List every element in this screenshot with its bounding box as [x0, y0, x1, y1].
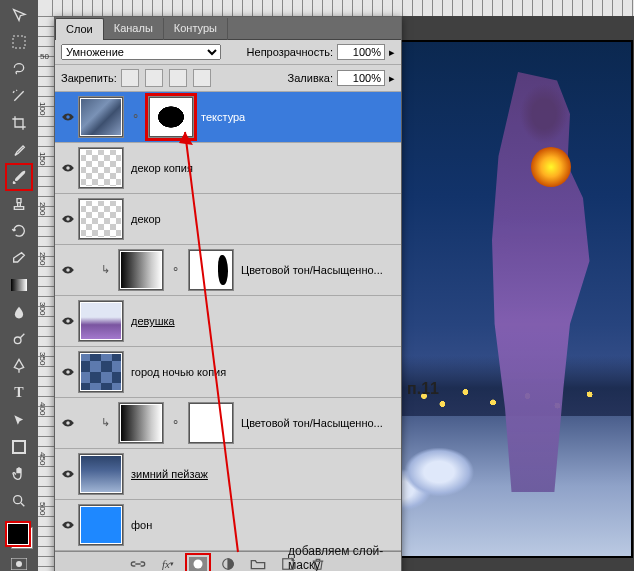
- annotation-step: п.11: [407, 380, 439, 398]
- opacity-label: Непрозрачность:: [247, 46, 333, 58]
- crop-tool[interactable]: [7, 111, 31, 135]
- path-select-tool[interactable]: [7, 408, 31, 432]
- dodge-tool[interactable]: [7, 327, 31, 351]
- svg-point-4: [14, 496, 22, 504]
- tab-channels[interactable]: Каналы: [104, 18, 164, 40]
- visibility-toggle[interactable]: [57, 418, 79, 428]
- wand-tool[interactable]: [7, 84, 31, 108]
- visibility-toggle[interactable]: [57, 112, 79, 122]
- layer-row[interactable]: декор: [55, 194, 401, 245]
- layer-row[interactable]: девушка: [55, 296, 401, 347]
- svg-point-6: [16, 561, 22, 567]
- blend-mode-select[interactable]: Умножение: [61, 44, 221, 60]
- clip-icon: ↳: [101, 416, 111, 430]
- opacity-arrow-icon[interactable]: ▸: [389, 46, 395, 59]
- layer-row[interactable]: город ночью копия: [55, 347, 401, 398]
- link-mask-icon[interactable]: ⚬: [131, 110, 141, 124]
- layer-thumb[interactable]: [119, 403, 163, 443]
- layer-name[interactable]: Цветовой тон/Насыщенно...: [241, 417, 383, 429]
- layer-thumb[interactable]: [79, 97, 123, 137]
- shape-tool[interactable]: [7, 435, 31, 459]
- layers-panel: Слои Каналы Контуры Умножение Непрозрачн…: [54, 16, 402, 571]
- layer-mask-thumb[interactable]: [149, 97, 193, 137]
- layer-name[interactable]: декор: [131, 213, 161, 225]
- layer-row[interactable]: декор копия: [55, 143, 401, 194]
- pen-tool[interactable]: [7, 354, 31, 378]
- visibility-toggle[interactable]: [57, 520, 79, 530]
- layer-name[interactable]: декор копия: [131, 162, 193, 174]
- link-layers-icon[interactable]: [128, 556, 148, 571]
- layer-thumb[interactable]: [79, 148, 123, 188]
- annotation-mask-text: добавляем слой-маску: [288, 544, 401, 571]
- layer-row[interactable]: ↳⚬Цветовой тон/Насыщенно...: [55, 245, 401, 296]
- eraser-tool[interactable]: [7, 246, 31, 270]
- lock-position-icon[interactable]: [169, 69, 187, 87]
- layer-mask-thumb[interactable]: [189, 250, 233, 290]
- color-swatches[interactable]: [5, 521, 33, 549]
- zoom-tool[interactable]: [7, 489, 31, 513]
- visibility-toggle[interactable]: [57, 214, 79, 224]
- layer-mask-thumb[interactable]: [189, 403, 233, 443]
- lock-pixels-icon[interactable]: [145, 69, 163, 87]
- layer-row[interactable]: ↳⚬Цветовой тон/Насыщенно...: [55, 398, 401, 449]
- stamp-tool[interactable]: [7, 192, 31, 216]
- move-tool[interactable]: [7, 3, 31, 27]
- visibility-toggle[interactable]: [57, 163, 79, 173]
- lock-transparency-icon[interactable]: [121, 69, 139, 87]
- fill-arrow-icon[interactable]: ▸: [389, 72, 395, 85]
- visibility-toggle[interactable]: [57, 469, 79, 479]
- type-tool[interactable]: T: [7, 381, 31, 405]
- lasso-tool[interactable]: [7, 57, 31, 81]
- layer-row[interactable]: зимний пейзаж: [55, 449, 401, 500]
- ruler-vertical: 50 100 150 200 250 300 350 400 450 500: [38, 16, 55, 571]
- eyedropper-tool[interactable]: [7, 138, 31, 162]
- visibility-toggle[interactable]: [57, 367, 79, 377]
- layer-name[interactable]: зимний пейзаж: [131, 468, 208, 480]
- svg-rect-3: [13, 441, 25, 453]
- fill-label: Заливка:: [288, 72, 333, 84]
- ruler-horizontal: [38, 0, 634, 17]
- svg-rect-0: [13, 36, 25, 48]
- quickmask-toggle[interactable]: [7, 552, 31, 571]
- blur-tool[interactable]: [7, 300, 31, 324]
- layer-name[interactable]: фон: [131, 519, 152, 531]
- marquee-tool[interactable]: [7, 30, 31, 54]
- layer-thumb[interactable]: [79, 301, 123, 341]
- visibility-toggle[interactable]: [57, 265, 79, 275]
- artwork-preview: [399, 40, 633, 558]
- fx-icon[interactable]: fx▾: [158, 556, 178, 571]
- layer-name[interactable]: текстура: [201, 111, 245, 123]
- tab-paths[interactable]: Контуры: [164, 18, 228, 40]
- clip-icon: ↳: [101, 263, 111, 277]
- foreground-color[interactable]: [7, 523, 29, 545]
- history-brush-tool[interactable]: [7, 219, 31, 243]
- tab-layers[interactable]: Слои: [55, 18, 104, 40]
- lock-label: Закрепить:: [61, 72, 117, 84]
- opacity-value[interactable]: 100%: [337, 44, 385, 60]
- layer-name[interactable]: город ночью копия: [131, 366, 226, 378]
- link-mask-icon[interactable]: ⚬: [171, 416, 181, 430]
- hand-tool[interactable]: [7, 462, 31, 486]
- new-group-icon[interactable]: [248, 556, 268, 571]
- layer-thumb[interactable]: [79, 199, 123, 239]
- layer-row[interactable]: ⚬текстура: [55, 92, 401, 143]
- tool-palette: T: [0, 0, 39, 571]
- gradient-tool[interactable]: [7, 273, 31, 297]
- layer-name[interactable]: девушка: [131, 315, 175, 327]
- layer-thumb[interactable]: [79, 454, 123, 494]
- lock-all-icon[interactable]: [193, 69, 211, 87]
- fill-value[interactable]: 100%: [337, 70, 385, 86]
- layer-thumb[interactable]: [79, 352, 123, 392]
- panel-tabs: Слои Каналы Контуры: [55, 17, 401, 40]
- layer-thumb[interactable]: [79, 505, 123, 545]
- link-mask-icon[interactable]: ⚬: [171, 263, 181, 277]
- layers-list: ⚬текстурадекор копиядекор↳⚬Цветовой тон/…: [55, 92, 401, 551]
- add-adjustment-icon[interactable]: [218, 556, 238, 571]
- layer-name[interactable]: Цветовой тон/Насыщенно...: [241, 264, 383, 276]
- add-mask-icon[interactable]: [188, 556, 208, 571]
- layer-thumb[interactable]: [119, 250, 163, 290]
- svg-point-2: [14, 337, 21, 344]
- visibility-toggle[interactable]: [57, 316, 79, 326]
- brush-tool[interactable]: [7, 165, 31, 189]
- svg-rect-1: [11, 279, 27, 291]
